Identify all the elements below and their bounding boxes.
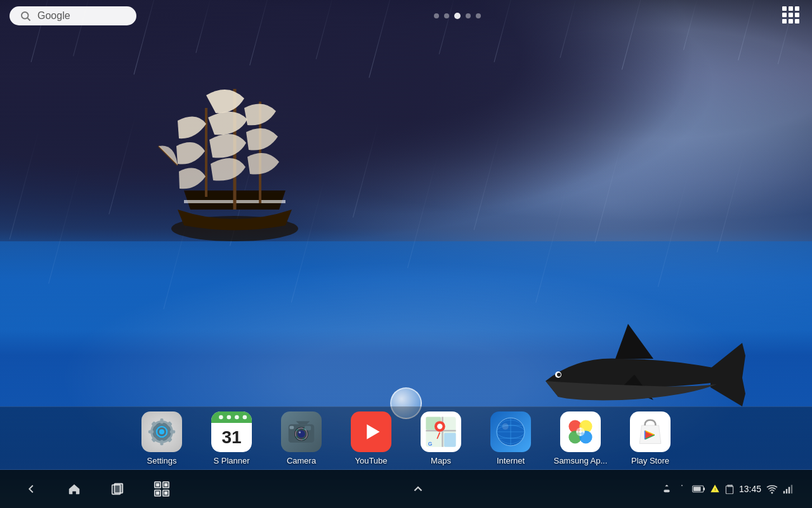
svg-point-68 xyxy=(579,434,581,436)
svg-rect-42 xyxy=(289,425,294,429)
page-dot-2[interactable] xyxy=(454,13,461,19)
wifi-icon xyxy=(766,484,778,494)
svg-rect-10 xyxy=(782,6,787,11)
svg-point-50 xyxy=(437,424,442,429)
svg-rect-80 xyxy=(165,484,167,486)
svg-rect-74 xyxy=(114,484,122,493)
svg-point-35 xyxy=(243,415,247,419)
youtube-icon xyxy=(351,411,391,452)
youtube-label: YouTube xyxy=(355,456,387,465)
svg-rect-90 xyxy=(731,485,732,487)
svg-rect-81 xyxy=(157,492,159,495)
status-time: 13:45 xyxy=(739,484,761,494)
home-button[interactable] xyxy=(62,477,86,501)
svg-rect-82 xyxy=(165,492,167,495)
splanner-icon: 31 xyxy=(211,411,252,452)
nav-status: ! 13:45 xyxy=(662,484,793,494)
recycle-icon xyxy=(677,484,687,494)
sd-icon xyxy=(725,484,734,494)
svg-rect-48 xyxy=(444,432,456,446)
internet-label: Internet xyxy=(497,456,525,465)
splanner-label: S Planner xyxy=(213,456,249,465)
svg-rect-11 xyxy=(789,6,793,11)
svg-point-66 xyxy=(576,431,578,432)
svg-marker-45 xyxy=(367,424,379,439)
app-samsung[interactable]: Samsung Ap... xyxy=(552,411,609,465)
app-maps[interactable]: G Maps xyxy=(412,411,469,465)
up-icon xyxy=(411,482,425,496)
battery-icon xyxy=(692,484,705,494)
playstore-icon xyxy=(630,411,671,452)
svg-rect-17 xyxy=(789,19,793,23)
svg-rect-15 xyxy=(795,13,799,17)
screenshot-button[interactable] xyxy=(148,476,175,502)
maps-icon: G xyxy=(421,411,461,452)
svg-line-9 xyxy=(27,18,30,20)
svg-point-65 xyxy=(579,427,581,429)
app-camera[interactable]: Camera xyxy=(273,411,330,465)
svg-point-7 xyxy=(557,373,561,377)
svg-rect-12 xyxy=(795,6,799,11)
grid-icon xyxy=(782,6,799,23)
maps-label: Maps xyxy=(431,456,451,465)
svg-point-59 xyxy=(502,423,509,429)
recents-button[interactable] xyxy=(105,477,129,501)
svg-rect-24 xyxy=(170,430,175,433)
samsung-apps-icon xyxy=(560,411,601,452)
warning-icon: ! xyxy=(710,484,720,494)
svg-point-39 xyxy=(298,430,305,438)
app-playstore[interactable]: Play Store xyxy=(622,411,679,465)
svg-point-8 xyxy=(22,12,29,19)
app-youtube[interactable]: YouTube xyxy=(343,411,400,465)
svg-rect-89 xyxy=(730,485,730,487)
page-dot-4[interactable] xyxy=(476,13,481,18)
back-button[interactable] xyxy=(19,477,43,501)
nav-bar: ! 13:45 xyxy=(0,470,812,508)
svg-rect-94 xyxy=(789,487,790,493)
google-search-bar[interactable]: Google xyxy=(10,6,136,25)
svg-point-40 xyxy=(299,431,301,433)
settings-label: Settings xyxy=(147,456,177,465)
svg-rect-85 xyxy=(693,486,700,491)
apps-grid-button[interactable] xyxy=(778,3,802,29)
svg-rect-13 xyxy=(782,13,787,17)
svg-point-67 xyxy=(582,431,584,432)
search-label: Google xyxy=(37,10,70,22)
camera-label: Camera xyxy=(287,456,316,465)
svg-rect-22 xyxy=(160,440,164,445)
svg-point-32 xyxy=(219,415,223,419)
svg-point-34 xyxy=(235,415,239,419)
signal-icon xyxy=(783,484,793,494)
app-settings[interactable]: Settings xyxy=(133,411,190,465)
svg-rect-16 xyxy=(782,19,787,23)
samsung-label: Samsung Ap... xyxy=(554,456,608,465)
svg-text:G: G xyxy=(428,440,433,446)
top-bar: Google xyxy=(0,0,812,32)
svg-text:!: ! xyxy=(714,488,716,491)
svg-point-91 xyxy=(771,492,773,494)
back-icon xyxy=(24,482,38,496)
page-dot-0[interactable] xyxy=(434,13,439,18)
app-internet[interactable]: Internet xyxy=(482,411,539,465)
svg-rect-79 xyxy=(157,484,159,486)
playstore-label: Play Store xyxy=(631,456,669,465)
page-dot-1[interactable] xyxy=(444,13,449,18)
up-button[interactable] xyxy=(406,477,430,501)
usb-icon xyxy=(662,484,672,494)
camera-icon xyxy=(281,411,322,452)
svg-rect-93 xyxy=(786,489,787,493)
settings-icon xyxy=(141,411,182,452)
page-dot-3[interactable] xyxy=(466,13,471,18)
nav-left-buttons xyxy=(19,476,175,502)
app-splanner[interactable]: 31 S Planner xyxy=(203,411,260,465)
internet-icon xyxy=(490,411,531,452)
recents-icon xyxy=(110,482,124,496)
search-icon xyxy=(20,10,31,22)
svg-rect-18 xyxy=(795,19,799,23)
page-indicators xyxy=(434,13,481,19)
svg-rect-95 xyxy=(791,485,792,494)
screenshot-icon xyxy=(154,481,170,497)
ship xyxy=(140,64,330,241)
home-icon xyxy=(67,482,81,496)
svg-rect-84 xyxy=(704,488,705,490)
